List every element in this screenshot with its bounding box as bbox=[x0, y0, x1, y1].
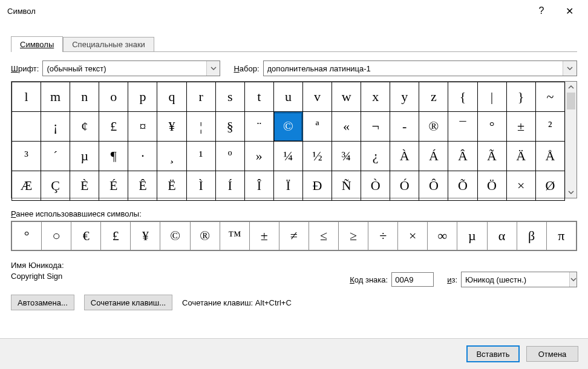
symbol-cell[interactable]: » bbox=[244, 142, 273, 171]
symbol-cell[interactable]: ¨ bbox=[244, 112, 273, 142]
symbol-cell[interactable]: ¼ bbox=[273, 142, 302, 171]
symbol-cell[interactable]: Ö bbox=[477, 171, 506, 201]
symbol-cell[interactable]: É bbox=[99, 171, 128, 201]
symbol-cell[interactable]: - bbox=[390, 112, 419, 142]
insert-button[interactable]: Вставить bbox=[467, 346, 519, 362]
symbol-cell[interactable]: ´ bbox=[41, 142, 70, 171]
symbol-cell[interactable] bbox=[12, 112, 41, 142]
symbol-cell[interactable]: Ê bbox=[128, 171, 157, 201]
font-input[interactable] bbox=[43, 61, 206, 76]
tab-symbols[interactable]: Символы bbox=[11, 36, 63, 52]
from-input[interactable] bbox=[462, 272, 569, 287]
symbol-cell[interactable]: ¶ bbox=[99, 142, 128, 171]
symbol-cell[interactable]: Æ bbox=[12, 171, 41, 201]
recent-symbol-cell[interactable]: β bbox=[517, 222, 546, 250]
symbol-cell[interactable]: ª bbox=[302, 112, 332, 142]
cancel-button[interactable]: Отмена bbox=[526, 346, 578, 362]
symbol-cell[interactable]: Ò bbox=[361, 171, 390, 201]
from-dropdown-button[interactable] bbox=[569, 272, 577, 287]
symbol-cell[interactable]: ¯ bbox=[448, 112, 477, 142]
symbol-cell[interactable]: t bbox=[244, 82, 273, 112]
symbol-cell[interactable]: y bbox=[390, 82, 419, 112]
symbol-cell[interactable]: Í bbox=[215, 171, 244, 201]
symbol-cell[interactable]: p bbox=[128, 82, 157, 112]
symbol-cell[interactable]: x bbox=[361, 82, 390, 112]
shortcut-button[interactable]: Сочетание клавиш... bbox=[84, 295, 172, 310]
grid-scrollbar[interactable] bbox=[565, 82, 577, 198]
symbol-cell[interactable]: À bbox=[390, 142, 419, 171]
symbol-cell[interactable]: Ó bbox=[390, 171, 419, 201]
symbol-cell[interactable]: Ï bbox=[273, 171, 302, 201]
symbol-cell[interactable]: § bbox=[215, 112, 244, 142]
scroll-track[interactable] bbox=[566, 93, 577, 187]
symbol-cell[interactable]: Â bbox=[448, 142, 477, 171]
recent-symbol-cell[interactable]: ≥ bbox=[339, 222, 368, 250]
recent-symbol-cell[interactable]: π bbox=[546, 222, 576, 250]
symbol-cell[interactable]: Á bbox=[419, 142, 448, 171]
symbol-cell[interactable]: Ñ bbox=[332, 171, 361, 201]
symbol-cell[interactable]: Ì bbox=[186, 171, 215, 201]
symbol-cell[interactable]: ¢ bbox=[70, 112, 99, 142]
symbol-cell[interactable]: « bbox=[332, 112, 361, 142]
symbol-cell[interactable]: ® bbox=[419, 112, 448, 142]
recent-symbol-cell[interactable]: £ bbox=[101, 222, 131, 250]
symbol-cell[interactable]: s bbox=[215, 82, 244, 112]
recent-symbol-cell[interactable]: µ bbox=[457, 222, 487, 250]
symbol-cell[interactable]: Đ bbox=[302, 171, 332, 201]
symbol-cell[interactable]: m bbox=[41, 82, 70, 112]
symbol-cell[interactable]: ¹ bbox=[186, 142, 215, 171]
symbol-cell[interactable]: u bbox=[273, 82, 302, 112]
symbol-cell[interactable]: ° bbox=[477, 112, 506, 142]
symbol-cell[interactable]: ¡ bbox=[41, 112, 70, 142]
recent-symbol-cell[interactable]: ○ bbox=[42, 222, 71, 250]
scroll-up-button[interactable] bbox=[566, 82, 577, 93]
recent-symbol-cell[interactable]: ® bbox=[190, 222, 220, 250]
symbol-cell[interactable]: n bbox=[70, 82, 99, 112]
symbol-cell[interactable]: ¦ bbox=[186, 112, 215, 142]
symbol-cell[interactable]: Ë bbox=[157, 171, 186, 201]
recent-symbol-cell[interactable]: ∞ bbox=[428, 222, 457, 250]
symbol-cell[interactable]: ¥ bbox=[157, 112, 186, 142]
char-code-input[interactable] bbox=[391, 272, 434, 287]
symbol-cell[interactable]: ± bbox=[506, 112, 535, 142]
symbol-cell[interactable]: ½ bbox=[302, 142, 332, 171]
symbol-cell[interactable]: Ã bbox=[477, 142, 506, 171]
symbol-cell[interactable]: Ä bbox=[506, 142, 535, 171]
symbol-cell[interactable]: v bbox=[302, 82, 332, 112]
close-button[interactable]: ✕ bbox=[555, 1, 583, 21]
symbol-cell[interactable]: ² bbox=[535, 112, 564, 142]
symbol-cell[interactable]: Õ bbox=[448, 171, 477, 201]
symbol-cell[interactable]: o bbox=[99, 82, 128, 112]
symbol-cell[interactable]: z bbox=[419, 82, 448, 112]
symbol-cell[interactable]: r bbox=[186, 82, 215, 112]
subset-input[interactable] bbox=[264, 61, 563, 76]
symbol-grid[interactable]: lmnopqrstuvwxyz{|}~ ¡¢£¤¥¦§¨©ª«¬-®¯°±²³´… bbox=[11, 82, 565, 198]
font-combo[interactable] bbox=[42, 60, 220, 76]
symbol-cell[interactable]: ¬ bbox=[361, 112, 390, 142]
symbol-cell[interactable]: © bbox=[273, 112, 302, 142]
scroll-thumb[interactable] bbox=[567, 93, 575, 109]
symbol-cell[interactable]: · bbox=[128, 142, 157, 171]
subset-combo[interactable] bbox=[263, 60, 577, 76]
recent-symbol-cell[interactable]: ≠ bbox=[279, 222, 309, 250]
recent-symbol-cell[interactable]: × bbox=[398, 222, 428, 250]
symbol-cell[interactable]: ¸ bbox=[157, 142, 186, 171]
symbol-cell[interactable]: { bbox=[448, 82, 477, 112]
autocorrect-button[interactable]: Автозамена... bbox=[11, 295, 74, 310]
help-button[interactable]: ? bbox=[528, 1, 555, 21]
symbol-cell[interactable]: Ø bbox=[535, 171, 564, 201]
symbol-cell[interactable]: Î bbox=[244, 171, 273, 201]
font-dropdown-button[interactable] bbox=[206, 61, 220, 76]
symbol-cell[interactable]: ¤ bbox=[128, 112, 157, 142]
symbol-cell[interactable]: q bbox=[157, 82, 186, 112]
symbol-cell[interactable]: w bbox=[332, 82, 361, 112]
recent-symbol-cell[interactable]: ° bbox=[12, 222, 42, 250]
symbol-cell[interactable]: l bbox=[12, 82, 41, 112]
recent-symbol-cell[interactable]: ≤ bbox=[309, 222, 338, 250]
symbol-cell[interactable]: ¿ bbox=[361, 142, 390, 171]
subset-dropdown-button[interactable] bbox=[563, 61, 577, 76]
symbol-cell[interactable]: µ bbox=[70, 142, 99, 171]
recent-symbol-cell[interactable]: ™ bbox=[220, 222, 249, 250]
from-combo[interactable] bbox=[461, 272, 577, 287]
tab-special-chars[interactable]: Специальные знаки bbox=[63, 37, 154, 52]
